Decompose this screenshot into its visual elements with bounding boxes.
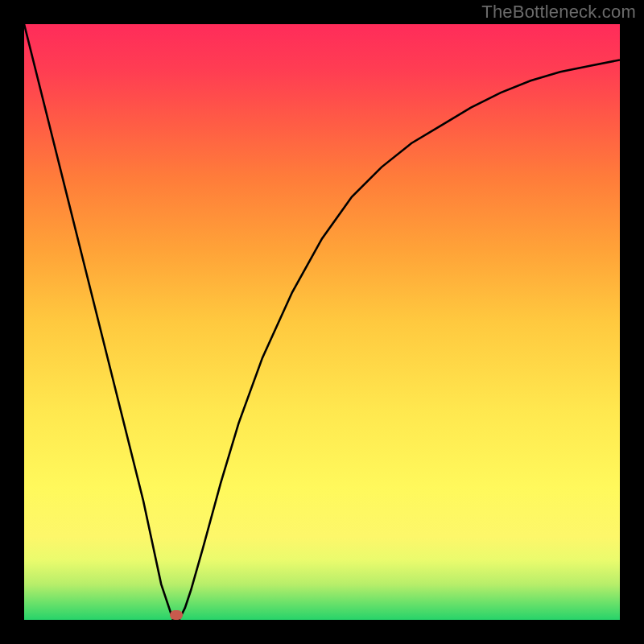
bottleneck-curve (24, 24, 620, 620)
plot-area (24, 24, 620, 620)
curve-layer (24, 24, 620, 620)
chart-frame: TheBottleneck.com (0, 0, 644, 644)
optimal-point-marker (170, 610, 183, 620)
watermark-label: TheBottleneck.com (481, 2, 636, 23)
